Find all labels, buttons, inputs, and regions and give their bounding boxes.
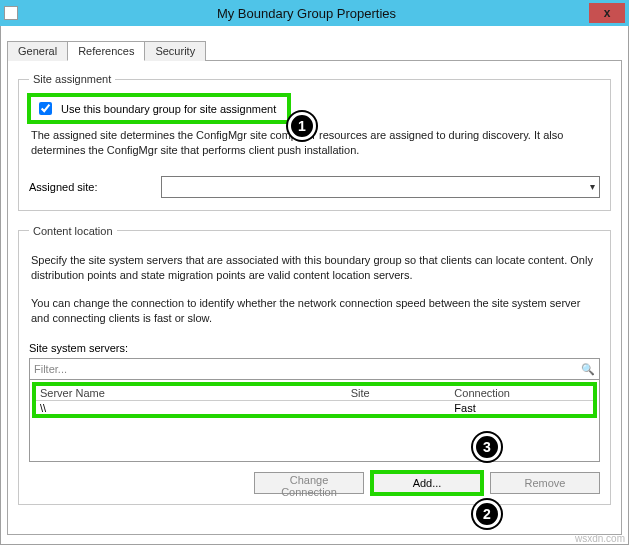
label-site-system-servers: Site system servers:: [29, 342, 600, 354]
window-icon: [4, 6, 18, 20]
group-site-assignment: Site assignment Use this boundary group …: [18, 73, 611, 211]
watermark: wsxdn.com: [575, 533, 625, 544]
tab-references[interactable]: References: [67, 41, 145, 61]
group-content-location: Content location Specify the site system…: [18, 225, 611, 505]
title-bar: My Boundary Group Properties x: [0, 0, 629, 26]
text-site-assignment-desc: The assigned site determines the ConfigM…: [31, 128, 598, 158]
tab-strip: General References Security: [7, 40, 622, 61]
legend-site-assignment: Site assignment: [29, 73, 115, 85]
checkbox-row-use-boundary: Use this boundary group for site assignm…: [29, 95, 289, 122]
chevron-down-icon: ▾: [590, 181, 595, 192]
remove-button[interactable]: Remove: [490, 472, 600, 494]
grid-servers: Server Name Site Connection \\ Fast: [29, 380, 600, 462]
search-icon: 🔍: [581, 363, 595, 376]
tab-security[interactable]: Security: [144, 41, 206, 61]
tab-panel-references: Site assignment Use this boundary group …: [7, 61, 622, 535]
checkbox-use-boundary-group[interactable]: [39, 102, 52, 115]
text-content-desc1: Specify the site system servers that are…: [31, 253, 598, 283]
cell-server-name: \\: [40, 402, 351, 414]
col-server-name[interactable]: Server Name: [40, 387, 351, 399]
label-assigned-site: Assigned site:: [29, 181, 149, 193]
row-assigned-site: Assigned site: ▾: [29, 176, 600, 198]
tab-general[interactable]: General: [7, 41, 68, 61]
window-title: My Boundary Group Properties: [24, 6, 589, 21]
col-connection[interactable]: Connection: [454, 387, 589, 399]
cell-connection: Fast: [454, 402, 589, 414]
table-row[interactable]: \\ Fast: [36, 401, 593, 415]
change-connection-button[interactable]: Change Connection: [254, 472, 364, 494]
button-row: Change Connection Add... Remove: [29, 472, 600, 494]
filter-input[interactable]: Filter... 🔍: [29, 358, 600, 380]
close-button[interactable]: x: [589, 3, 625, 23]
grid-header: Server Name Site Connection: [36, 386, 593, 401]
checkbox-label-use-boundary: Use this boundary group for site assignm…: [61, 103, 276, 115]
legend-content-location: Content location: [29, 225, 117, 237]
add-button[interactable]: Add...: [372, 472, 482, 494]
grid-highlight: Server Name Site Connection \\ Fast: [32, 382, 597, 418]
cell-site: [351, 402, 455, 414]
filter-placeholder: Filter...: [34, 363, 67, 375]
dropdown-assigned-site[interactable]: ▾: [161, 176, 600, 198]
col-site[interactable]: Site: [351, 387, 455, 399]
window-body: General References Security Site assignm…: [0, 26, 629, 545]
text-content-desc2: You can change the connection to identif…: [31, 296, 598, 326]
